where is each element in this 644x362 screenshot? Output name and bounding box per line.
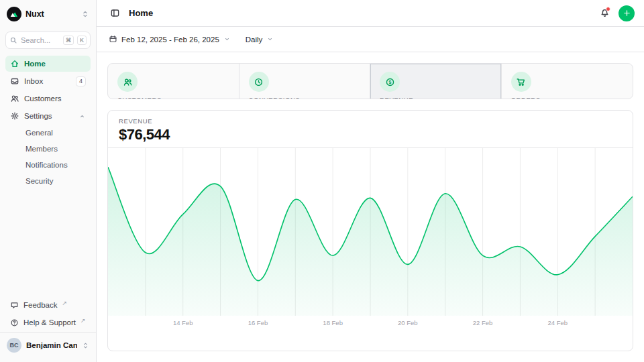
home-icon xyxy=(10,59,19,68)
calendar-icon xyxy=(109,35,117,44)
sidebar-item-settings[interactable]: Settings xyxy=(5,108,91,124)
x-axis: 14 Feb16 Feb18 Feb20 Feb22 Feb24 Feb xyxy=(108,316,633,330)
date-range-button[interactable]: Feb 12, 2025 - Feb 26, 2025 xyxy=(103,32,236,47)
page-title: Home xyxy=(129,8,153,18)
stat-label: REVENUE xyxy=(380,96,492,99)
chart-current-value: $76,544 xyxy=(119,126,622,143)
sidebar-subitem-members[interactable]: Members xyxy=(5,141,91,156)
date-range-label: Feb 12, 2025 - Feb 26, 2025 xyxy=(121,36,219,44)
stat-label: CONVERSIONS xyxy=(249,96,361,99)
stat-label: CUSTOMERS xyxy=(117,96,229,99)
chart-plot-area xyxy=(108,148,633,316)
sidebar-item-label: Settings xyxy=(24,112,74,120)
subitem-label: General xyxy=(25,129,53,137)
add-button[interactable] xyxy=(619,5,635,21)
chevron-up-down-icon xyxy=(82,342,89,349)
x-axis-label: 14 Feb xyxy=(173,319,193,326)
search-icon xyxy=(9,36,17,44)
stat-card-customers[interactable]: CUSTOMERS 630 +8% xyxy=(108,64,239,99)
main-area: Home Feb 12, 2025 - Feb 26, 2025 Daily xyxy=(97,0,644,362)
inbox-icon xyxy=(10,76,19,86)
stat-card-orders[interactable]: ORDERS 219 +15% xyxy=(502,64,633,99)
sidebar-footer: Feedback ↗ Help & Support ↗ BC Benjamin … xyxy=(5,297,91,362)
sidebar-item-label: Inbox xyxy=(24,77,71,85)
question-circle-icon xyxy=(10,318,19,327)
inbox-count-badge: 4 xyxy=(76,76,86,86)
feedback-link[interactable]: Feedback ↗ xyxy=(5,297,91,313)
clock-icon xyxy=(249,72,269,92)
cart-icon xyxy=(511,72,531,92)
search-input[interactable]: Search... ⌘ K xyxy=(5,32,91,49)
revenue-chart-svg xyxy=(108,148,633,316)
granularity-button[interactable]: Daily xyxy=(240,32,280,47)
circle-dollar-icon: $ xyxy=(380,72,400,92)
external-link-icon: ↗ xyxy=(62,300,68,306)
revenue-chart-card: REVENUE $76,544 xyxy=(107,110,633,351)
x-axis-label: 22 Feb xyxy=(473,319,493,326)
stat-card-revenue[interactable]: $ REVENUE $477,626 +20% xyxy=(370,64,502,99)
sidebar-subitem-notifications[interactable]: Notifications xyxy=(5,158,91,172)
x-axis-label: 24 Feb xyxy=(547,319,568,326)
dashboard-app: Nuxt Search... ⌘ K Home Inbox 4 xyxy=(0,0,644,362)
filter-toolbar: Feb 12, 2025 - Feb 26, 2025 Daily xyxy=(97,27,644,52)
sidebar-item-customers[interactable]: Customers xyxy=(5,90,91,107)
sidebar-toggle-button[interactable] xyxy=(106,5,123,22)
chevron-up-down-icon xyxy=(81,10,89,18)
notifications-button[interactable] xyxy=(596,5,613,22)
chevron-down-icon xyxy=(223,36,231,43)
panel-left-icon xyxy=(110,8,120,18)
help-support-link[interactable]: Help & Support ↗ xyxy=(5,314,91,330)
help-support-label: Help & Support xyxy=(23,318,76,326)
users-icon xyxy=(117,72,138,92)
search-placeholder: Search... xyxy=(21,36,60,44)
workspace-selector[interactable]: Nuxt xyxy=(5,5,91,23)
chevron-up-icon xyxy=(78,113,86,120)
chevron-down-icon xyxy=(266,36,274,43)
content: CUSTOMERS 630 +8% CONVERSIONS 1343 +14% xyxy=(97,52,644,362)
avatar: BC xyxy=(7,338,21,353)
kbd-cmd: ⌘ xyxy=(63,36,74,45)
sidebar-item-inbox[interactable]: Inbox 4 xyxy=(5,73,91,89)
feedback-label: Feedback xyxy=(23,301,58,309)
user-name: Benjamin Canac xyxy=(26,341,77,349)
stat-card-conversions[interactable]: CONVERSIONS 1343 +14% xyxy=(239,64,371,99)
external-link-icon: ↗ xyxy=(80,317,86,324)
x-axis-label: 18 Feb xyxy=(323,319,343,326)
sidebar-subitem-security[interactable]: Security xyxy=(5,174,91,188)
gear-icon xyxy=(10,111,19,121)
stat-label: ORDERS xyxy=(511,96,624,99)
subitem-label: Members xyxy=(25,145,58,153)
granularity-label: Daily xyxy=(246,36,263,44)
x-axis-label: 20 Feb xyxy=(398,319,418,326)
notification-dot xyxy=(606,7,610,11)
subitem-label: Security xyxy=(25,177,54,185)
kbd-k: K xyxy=(77,36,87,45)
sidebar-item-home[interactable]: Home xyxy=(5,56,91,72)
chat-bubble-icon xyxy=(10,301,19,310)
top-header: Home xyxy=(97,0,644,27)
stats-row: CUSTOMERS 630 +8% CONVERSIONS 1343 +14% xyxy=(107,63,633,99)
plus-icon xyxy=(623,9,631,17)
workspace-name: Nuxt xyxy=(25,9,77,19)
sidebar-item-label: Customers xyxy=(24,95,86,103)
sidebar-nav: Home Inbox 4 Customers Settings General … xyxy=(5,56,91,188)
nuxt-logo-icon xyxy=(7,7,21,21)
sidebar-subitem-general[interactable]: General xyxy=(5,125,91,140)
sidebar-item-label: Home xyxy=(24,60,86,68)
chart-title: REVENUE xyxy=(119,117,622,125)
users-icon xyxy=(10,94,19,103)
sidebar: Nuxt Search... ⌘ K Home Inbox 4 xyxy=(0,0,97,362)
x-axis-label: 16 Feb xyxy=(248,319,268,326)
svg-text:$: $ xyxy=(388,80,391,85)
user-menu[interactable]: BC Benjamin Canac xyxy=(0,332,96,358)
chart-header: REVENUE $76,544 xyxy=(108,111,633,148)
subitem-label: Notifications xyxy=(25,161,68,169)
